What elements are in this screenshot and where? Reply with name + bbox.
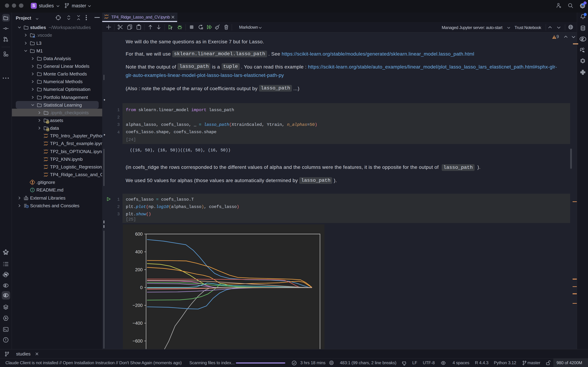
svg-text:400: 400	[135, 249, 142, 254]
svg-text:200: 200	[135, 267, 142, 272]
svg-text:−200: −200	[132, 303, 142, 308]
svg-text:0: 0	[140, 285, 142, 290]
svg-text:600: 600	[135, 232, 142, 236]
svg-text:−600: −600	[132, 339, 142, 343]
svg-text:−400: −400	[132, 321, 142, 325]
